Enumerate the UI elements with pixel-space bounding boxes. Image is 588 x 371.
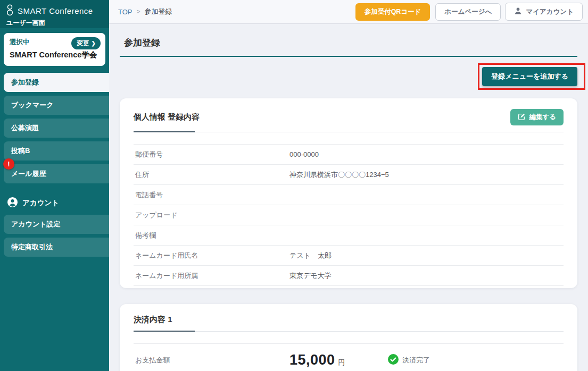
currency-unit: 円 [338, 358, 345, 367]
breadcrumb-top-link[interactable]: TOP [118, 8, 132, 16]
chevron-right-icon: ❯ [92, 40, 96, 46]
sidebar-item-account-settings[interactable]: アカウント設定 [4, 215, 109, 234]
red-highlight-box: 登録メニューを追加する [478, 63, 585, 90]
account-person-icon [7, 197, 18, 209]
account-section-header: アカウント [0, 197, 109, 209]
change-conference-button[interactable]: 変更 ❯ [71, 37, 101, 49]
card-title-divider [134, 331, 564, 332]
table-row: 郵便番号 000-0000 [134, 145, 564, 165]
sidebar: SMART Conference ユーザー画面 選択中 変更 ❯ SMART C… [0, 0, 109, 371]
payment-table: お支払金額 15,000 円 決済 [134, 343, 564, 371]
person-icon [514, 7, 522, 16]
sidebar-header: SMART Conference ユーザー画面 [0, 0, 109, 28]
main-area: TOP > 参加登録 参加受付QRコード ホームページへ マイアカウント 参加登… [109, 0, 588, 371]
add-registration-menu-button[interactable]: 登録メニューを追加する [482, 67, 577, 86]
page-content: 参加登録 登録メニューを追加する 個人情報 登録内容 [109, 24, 588, 371]
sidebar-item-mail-history[interactable]: ! メール履歴 [4, 164, 109, 183]
topbar: TOP > 参加登録 参加受付QRコード ホームページへ マイアカウント [109, 0, 588, 24]
sidebar-item-abstracts[interactable]: 公募演題 [4, 119, 109, 138]
table-row: 備考欄 [134, 225, 564, 246]
breadcrumb-current: 参加登録 [145, 7, 172, 16]
brand-name: SMART Conference [18, 6, 93, 15]
conference-name: SMART Conference学会 [10, 50, 100, 60]
table-row: アップロード [134, 205, 564, 225]
table-row: 電話番号 [134, 185, 564, 205]
qr-code-button[interactable]: 参加受付QRコード [355, 3, 430, 21]
edit-button[interactable]: 編集する [510, 109, 564, 125]
personal-info-table: 郵便番号 000-0000 住所 神奈川県横浜市〇〇〇〇1234−5 電話番号 … [134, 144, 564, 286]
check-circle-icon [388, 354, 399, 366]
selected-conference-card: 選択中 変更 ❯ SMART Conference学会 [4, 33, 105, 66]
payment-amount-row: お支払金額 15,000 円 決済 [134, 344, 564, 371]
sidebar-item-bookmark[interactable]: ブックマーク [4, 96, 109, 115]
table-row: ネームカード用氏名 テスト 太郎 [134, 246, 564, 266]
payment-card: 決済内容 1 お支払金額 15,000 円 [120, 304, 577, 371]
title-divider [120, 56, 577, 57]
page-title: 参加登録 [124, 37, 577, 49]
card-title-divider [134, 132, 564, 132]
my-account-button[interactable]: マイアカウント [505, 3, 583, 21]
sidebar-item-commercial-law[interactable]: 特定商取引法 [4, 238, 109, 257]
alert-badge-icon: ! [3, 158, 14, 170]
sidebar-item-participation[interactable]: 参加登録 [4, 73, 109, 92]
table-row: ネームカード用所属 東京デモ大学 [134, 266, 564, 286]
personal-info-card: 個人情報 登録内容 編集する 郵便番号 [120, 98, 577, 288]
brand-logo-icon [6, 4, 13, 18]
app-window: SMART Conference ユーザー画面 選択中 変更 ❯ SMART C… [0, 0, 588, 371]
payment-card-title: 決済内容 1 [134, 315, 172, 325]
payment-amount: 15,000 [289, 352, 335, 368]
homepage-button[interactable]: ホームページへ [435, 3, 501, 21]
personal-info-card-title: 個人情報 登録内容 [134, 112, 200, 122]
edit-pencil-icon [518, 113, 525, 122]
sidebar-item-submission-b[interactable]: 投稿B [4, 141, 109, 161]
sidebar-nav: 参加登録 ブックマーク 公募演題 投稿B ! メール履歴 [0, 73, 109, 257]
breadcrumb-separator: > [137, 8, 140, 15]
brand-subtitle: ユーザー画面 [6, 19, 103, 28]
payment-status-badge: 決済完了 [388, 354, 430, 366]
table-row: 住所 神奈川県横浜市〇〇〇〇1234−5 [134, 165, 564, 185]
